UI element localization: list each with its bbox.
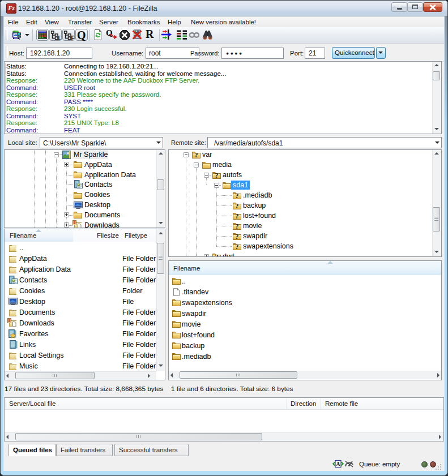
svg-text:?: ?: [195, 151, 198, 158]
svg-text:?: ?: [215, 253, 219, 257]
svg-text:?: ?: [236, 222, 239, 230]
svg-text:?: ?: [236, 212, 239, 220]
svg-text:?: ?: [236, 192, 239, 199]
svg-text:F: F: [71, 35, 75, 40]
svg-text:?: ?: [236, 243, 239, 250]
svg-text:L: L: [58, 35, 62, 40]
svg-text:A: A: [336, 461, 340, 467]
svg-text:?: ?: [236, 233, 239, 240]
svg-text:?: ?: [215, 171, 219, 179]
svg-text:?: ?: [236, 202, 239, 209]
